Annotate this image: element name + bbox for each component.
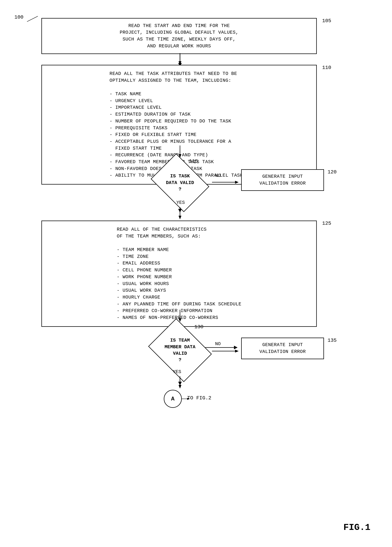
box-120: GENERATE INPUTVALIDATION ERROR bbox=[241, 169, 324, 191]
arrow-130-no bbox=[212, 349, 241, 354]
step-135-label: 135 bbox=[328, 338, 337, 343]
arrow-115-no bbox=[212, 179, 241, 185]
svg-marker-30 bbox=[187, 398, 190, 400]
arrow-105-110 bbox=[177, 53, 183, 67]
diamond-130-text: IS TEAMMEMBER DATAVALID? bbox=[164, 337, 196, 363]
svg-line-14 bbox=[27, 16, 38, 22]
box-135: GENERATE INPUTVALIDATION ERROR bbox=[241, 338, 324, 359]
step-120-label: 120 bbox=[328, 169, 337, 175]
box-105-text: READ THE START AND END TIME FOR THEPROJE… bbox=[120, 22, 238, 50]
box-105: READ THE START AND END TIME FOR THEPROJE… bbox=[41, 18, 317, 54]
svg-marker-16 bbox=[179, 61, 182, 65]
no-label-2: NO bbox=[215, 341, 221, 347]
step-115-label: 115 bbox=[189, 158, 198, 164]
step-125-label: 125 bbox=[322, 221, 331, 226]
step-110-label: 110 bbox=[322, 65, 331, 70]
ref-100-label: 100 bbox=[14, 14, 23, 20]
step-130-label: 130 bbox=[194, 324, 203, 330]
arrow-115-yes bbox=[177, 207, 183, 221]
fig1-label: FIG.1 bbox=[343, 522, 370, 533]
connector-a-circle: A bbox=[164, 390, 182, 408]
svg-marker-22 bbox=[179, 216, 182, 219]
yes-label-2: YES bbox=[173, 369, 181, 375]
arrow-a-fig2 bbox=[182, 397, 191, 401]
arrow-130-yes bbox=[177, 376, 183, 391]
yes-label-1: YES bbox=[176, 200, 185, 205]
svg-marker-28 bbox=[179, 385, 182, 389]
box-120-text: GENERATE INPUTVALIDATION ERROR bbox=[259, 173, 306, 187]
to-fig2-label: TO FIG.2 bbox=[187, 395, 211, 401]
ref-arrow bbox=[27, 14, 41, 23]
box-125-text: READ ALL OF THE CHARACTERISTICS OF THE T… bbox=[117, 226, 241, 321]
box-135-text: GENERATE INPUTVALIDATION ERROR bbox=[259, 342, 306, 355]
step-105-label: 105 bbox=[322, 18, 331, 24]
no-label-1: NO bbox=[215, 173, 221, 178]
diamond-115-text: IS TASKDATA VALID? bbox=[166, 173, 194, 192]
svg-marker-26 bbox=[235, 350, 239, 353]
diagram-container: 100 READ THE START AND END TIME FOR THEP… bbox=[0, 0, 392, 547]
svg-marker-20 bbox=[235, 181, 239, 184]
